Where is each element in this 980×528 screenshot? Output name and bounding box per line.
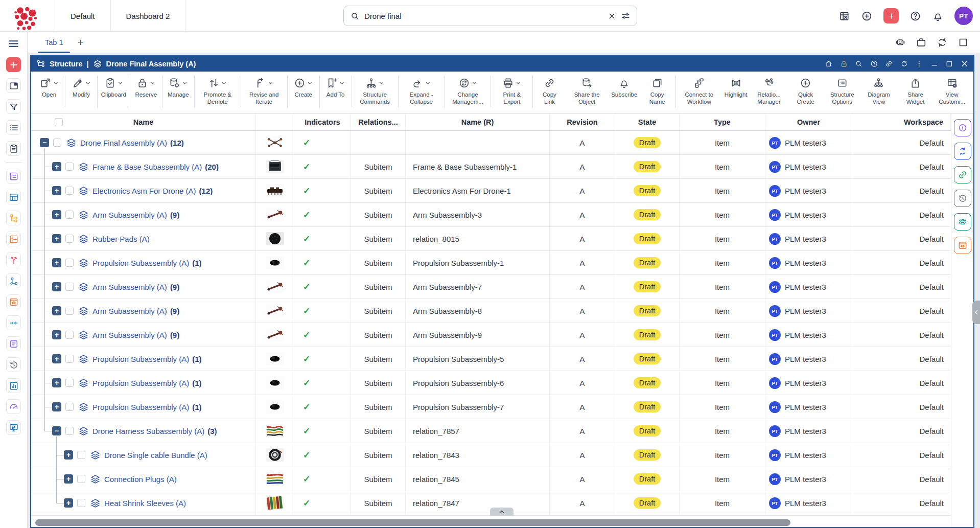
add-circle-button[interactable] (861, 10, 873, 22)
sidebar-window-button[interactable] (6, 78, 21, 93)
item-link[interactable]: Frame & Base Subassembly (A) (92, 163, 202, 171)
link-icon[interactable] (885, 60, 893, 68)
table-row[interactable]: +Frame & Base Subassembly (A)(20)✓Subite… (31, 155, 951, 179)
toolbar-create-button[interactable]: Create (289, 72, 318, 113)
toolbar-quick-create-button[interactable]: Quick Create (787, 72, 824, 113)
table-row[interactable]: +Arm Subassembly (A)(9)✓SubitemArm Subas… (31, 203, 951, 227)
toolbar-promote-demote-button[interactable]: Promote & Demote (196, 72, 240, 113)
filters-icon[interactable] (621, 11, 631, 21)
user-avatar[interactable]: PT (954, 7, 973, 25)
rail-history-button[interactable] (954, 190, 971, 207)
expand-toggle[interactable]: + (52, 378, 61, 387)
item-link[interactable]: Rubber Pads (A) (92, 235, 150, 243)
close-icon[interactable] (961, 60, 969, 68)
toolbar-change-managem-button[interactable]: Change Managem... (446, 72, 490, 113)
table-row[interactable]: +Arm Subassembly (A)(9)✓SubitemArm Subas… (31, 299, 951, 323)
row-checkbox[interactable] (65, 355, 74, 363)
expand-toggle[interactable]: + (52, 306, 61, 315)
global-search[interactable] (343, 6, 637, 26)
toolbar-relatio-manager-button[interactable]: Relatio... Manager (751, 72, 787, 113)
table-row[interactable]: −Drone Harness Subassembly (A)(3)✓Subite… (31, 419, 951, 443)
toolbar-copy-name-button[interactable]: Copy Name (640, 72, 674, 113)
sidebar-clipboard-button[interactable] (6, 141, 21, 156)
sidebar-quick-create-button[interactable] (6, 57, 21, 72)
sidebar-split-arrows-button[interactable] (6, 252, 21, 267)
row-checkbox[interactable] (77, 499, 85, 507)
rail-sync-button[interactable] (954, 143, 971, 160)
sidebar-nodes-button[interactable] (6, 273, 21, 288)
item-link[interactable]: Propulsion Subassembly (A) (92, 379, 189, 387)
sidebar-form-button[interactable] (6, 169, 21, 183)
expand-toggle[interactable]: + (52, 330, 61, 339)
home-icon[interactable] (825, 60, 833, 68)
column-header-owner[interactable]: Owner (765, 114, 852, 130)
tab-tab-1[interactable]: Tab 1 (38, 32, 70, 53)
column-header-name[interactable]: Name (31, 114, 256, 130)
row-checkbox[interactable] (65, 379, 74, 387)
row-checkbox[interactable] (65, 259, 74, 267)
table-row[interactable]: +Arm Subassembly (A)(9)✓SubitemArm Subas… (31, 275, 951, 299)
expand-toggle[interactable]: + (64, 450, 73, 460)
nav-item-default[interactable]: Default (55, 0, 110, 32)
column-header-name_r[interactable]: Name (R) (406, 114, 550, 130)
sidebar-layout-button[interactable] (6, 232, 21, 246)
scroll-top-tab[interactable] (490, 508, 514, 516)
column-header-workspace[interactable]: Workspace (852, 114, 951, 130)
toolbox-button[interactable] (916, 37, 927, 48)
sidebar-history-button[interactable] (6, 357, 21, 372)
table-row[interactable]: −Drone Final Assembly (A)(12)✓ADraftItem… (31, 131, 951, 155)
sidebar-table-button[interactable] (6, 190, 21, 204)
column-header-type[interactable]: Type (680, 114, 765, 130)
notifications-button[interactable] (932, 10, 944, 22)
row-checkbox[interactable] (65, 163, 74, 171)
row-checkbox[interactable] (65, 283, 74, 291)
sidebar-menu-button[interactable] (6, 36, 21, 51)
select-all-checkbox[interactable] (55, 118, 63, 126)
item-link[interactable]: Arm Subassembly (A) (92, 283, 167, 291)
row-checkbox[interactable] (65, 403, 74, 411)
nav-item-dashboard-2[interactable]: Dashboard 2 (110, 0, 186, 32)
sidebar-eye-window-button[interactable] (6, 294, 21, 309)
table-row[interactable]: +Propulsion Subassembly (A)(1)✓SubitemPr… (31, 371, 951, 395)
item-link[interactable]: Propulsion Subassembly (A) (92, 259, 189, 267)
item-link[interactable]: Drone Final Assembly (A) (80, 139, 167, 147)
item-link[interactable]: Arm Subassembly (A) (92, 211, 167, 219)
row-checkbox[interactable] (65, 211, 74, 219)
toolbar-view-customi-button[interactable]: View Customi... (934, 72, 970, 113)
table-row[interactable]: +Drone Single cable Bundle (A)✓Subitemre… (31, 443, 951, 467)
expand-toggle[interactable]: + (52, 258, 61, 267)
item-link[interactable]: Connection Plugs (A) (104, 475, 177, 484)
rail-eye-window-button[interactable] (954, 237, 971, 254)
table-row[interactable]: +Propulsion Subassembly (A)(1)✓SubitemPr… (31, 395, 951, 419)
sidebar-bar-chart-button[interactable] (6, 378, 21, 393)
row-checkbox[interactable] (65, 427, 74, 435)
reload-button[interactable] (937, 37, 948, 48)
expand-toggle[interactable]: + (52, 162, 61, 171)
toolbar-clipboard-button[interactable]: Clipboard (99, 72, 129, 113)
sidebar-converge-button[interactable] (6, 315, 21, 330)
expand-toggle[interactable]: + (52, 210, 61, 219)
item-link[interactable]: Heat Shrink Sleeves (A) (104, 499, 186, 508)
search-icon[interactable] (855, 60, 863, 68)
row-checkbox[interactable] (77, 451, 85, 459)
sidebar-monitor-sync-button[interactable] (6, 420, 21, 435)
toolbar-manage-button[interactable]: Manage (164, 72, 193, 113)
toolbar-connect-to-workflow-button[interactable]: Connect to Workflow (677, 72, 721, 113)
toolbar-print-export-button[interactable]: Print & Export (492, 72, 531, 113)
toolbar-structure-commands-button[interactable]: Structure Commands (353, 72, 397, 113)
sidebar-list-button[interactable] (6, 120, 21, 135)
column-header-state[interactable]: State (615, 114, 680, 130)
sidebar-document-button[interactable] (6, 336, 21, 351)
column-header-thumb[interactable] (256, 114, 294, 130)
expand-toggle[interactable]: + (52, 282, 61, 291)
row-checkbox[interactable] (65, 235, 74, 243)
sidebar-tree-button[interactable] (6, 211, 21, 225)
table-row[interactable]: +Arm Subassembly (A)(9)✓SubitemArm Subas… (31, 323, 951, 347)
rail-team-button[interactable] (954, 213, 971, 231)
collapse-panel-tab[interactable] (972, 301, 980, 324)
toolbar-expand-collapse-button[interactable]: Expand - Collapse (400, 72, 444, 113)
column-header-revision[interactable]: Revision (550, 114, 615, 130)
row-checkbox[interactable] (53, 139, 61, 147)
expand-toggle[interactable]: + (64, 498, 73, 508)
horizontal-scrollbar[interactable] (35, 519, 790, 526)
